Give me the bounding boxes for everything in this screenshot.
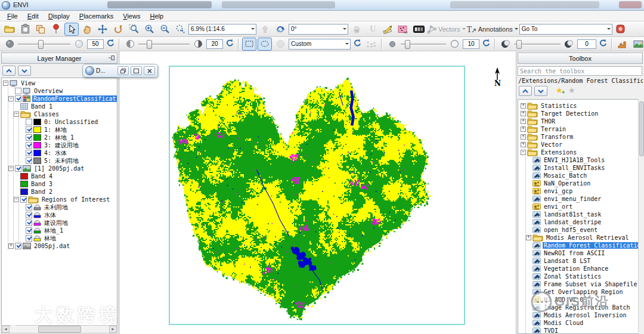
visibility-checkbox[interactable] (15, 95, 21, 102)
tree-item-label[interactable]: 2005pj.dat (33, 243, 71, 249)
dock-pin-icon[interactable] (108, 55, 115, 62)
pan-up-icon[interactable] (258, 23, 272, 36)
go-button-icon[interactable] (614, 23, 628, 36)
collapse-all-button[interactable] (2, 66, 16, 76)
tree-item[interactable]: 5: 未利用地 (19, 157, 117, 165)
tree-item[interactable]: 水体 (19, 211, 117, 219)
scroll-right-arrow-icon[interactable]: ► (109, 326, 117, 333)
visibility-checkbox[interactable] (26, 126, 32, 133)
tree-item-label[interactable]: 林地_1 (43, 227, 64, 235)
tree-item-label[interactable]: Zonal Statistics (543, 273, 602, 280)
rotation-combo[interactable]: 0° (289, 24, 348, 35)
tree-item-label[interactable]: Band 3 (30, 181, 54, 187)
tree-expander-icon[interactable]: − (14, 197, 19, 202)
classification-map-canvas[interactable] (170, 67, 464, 324)
tree-item-label[interactable]: Band 2 (30, 188, 54, 195)
raster-series-icon[interactable] (631, 38, 644, 51)
tree-item-label[interactable]: open_hdf5_event (543, 227, 599, 233)
maximize-window-icon[interactable] (131, 66, 142, 75)
add-favorite-star-icon[interactable]: ★+ (556, 86, 566, 96)
chip-view-icon[interactable] (33, 23, 48, 36)
tree-expander-icon[interactable]: − (3, 81, 8, 86)
contrast-value[interactable] (206, 39, 223, 49)
stretch-ball-icon[interactable] (273, 38, 287, 51)
tree-item[interactable]: envi_ort (526, 203, 642, 211)
crosshair-tool-icon[interactable]: U (365, 23, 379, 36)
tree-item[interactable]: Band 3 (14, 180, 117, 188)
transparency-low-icon[interactable] (499, 38, 513, 51)
visibility-checkbox[interactable] (26, 219, 32, 226)
menu-item-file[interactable]: File (2, 11, 23, 21)
tree-item-label[interactable]: 林地 (43, 234, 57, 243)
tree-item[interactable]: +2005pj.dat (8, 242, 117, 250)
tree-item[interactable]: 2: 林地_1 (19, 134, 117, 141)
tree-item-label[interactable]: 4: 水体 (43, 149, 68, 157)
tree-item-label[interactable]: HJ AOD V1.0 (543, 296, 584, 303)
tree-item[interactable]: ENVI_HJ1A1B_Tools (526, 156, 642, 164)
tree-item-label[interactable]: Terrain (540, 126, 567, 132)
transparency-reset-button[interactable] (597, 39, 608, 49)
tree-item-label[interactable]: NaN_Operation (543, 180, 592, 187)
tree-item-label[interactable]: RandomForestClassification (32, 95, 117, 102)
tree-item-label[interactable]: 3: 建设用地 (43, 141, 80, 150)
tree-item[interactable]: TVDI (526, 327, 642, 334)
tree-item[interactable]: 0: Unclassified (19, 118, 117, 126)
contrast-low-icon[interactable] (123, 38, 137, 51)
tree-item-label[interactable]: Band 4 (30, 173, 54, 180)
tree-expander-icon[interactable]: + (526, 235, 531, 240)
tree-item-label[interactable]: NewROI from ASCII (543, 250, 606, 256)
visibility-checkbox[interactable] (15, 243, 21, 249)
tree-item[interactable]: Modis Cloud (526, 319, 642, 327)
tree-item-label[interactable]: TVDI (543, 327, 559, 334)
tree-item-label[interactable]: 未利用地 (43, 203, 69, 212)
stretch-equalize-icon[interactable] (364, 38, 378, 51)
tree-item[interactable]: +Transform (521, 133, 642, 141)
scroll-thumb[interactable] (639, 101, 644, 156)
tree-item[interactable]: landsat_destripe (526, 218, 642, 226)
sharpen-reset-button[interactable] (481, 39, 491, 49)
tree-item[interactable]: 林地 (19, 234, 117, 242)
contrast-reset-button[interactable] (224, 39, 235, 49)
vectors-menu[interactable]: Vectors (427, 25, 466, 33)
contrast-high-icon[interactable] (191, 38, 205, 51)
toolbox-header[interactable]: Toolbox (518, 52, 643, 64)
tree-item-label[interactable]: Classes (33, 111, 60, 117)
stretch-type-combo[interactable]: Custom (289, 39, 351, 50)
tree-item[interactable]: HJ AOD V1.0 (526, 296, 642, 304)
tree-item[interactable]: −RandomForestClassification (8, 95, 117, 103)
tree-item[interactable]: envi_gcp (526, 187, 642, 195)
stretch-refresh-button[interactable] (352, 39, 363, 49)
tree-expander-icon[interactable]: + (521, 119, 526, 124)
roi-tool-icon[interactable]: roi (396, 23, 410, 36)
slider-thumb[interactable] (516, 40, 522, 49)
tree-item[interactable]: Mosaic_Batch (526, 172, 642, 180)
tree-item[interactable]: −Classes (14, 110, 117, 118)
tree-item[interactable]: 林地_1 (19, 227, 117, 234)
collapse-all-button[interactable] (519, 86, 532, 96)
tree-item[interactable]: Modis Aerosol Inversion (526, 311, 642, 319)
tree-item-label[interactable]: Vector (540, 141, 564, 148)
visibility-checkbox[interactable] (20, 196, 27, 203)
transparency-high-icon[interactable] (562, 38, 576, 51)
collapsed-window-bar[interactable]: D... (82, 64, 158, 78)
tree-item[interactable]: NewROI from ASCII (526, 249, 642, 257)
tree-item[interactable]: 未利用地 (19, 203, 117, 211)
tree-item-label[interactable]: Statistics (540, 103, 578, 109)
menu-item-views[interactable]: Views (118, 11, 145, 21)
tree-item[interactable]: +Terrain (521, 125, 642, 133)
restore-window-icon[interactable] (117, 66, 129, 75)
menu-item-placemarks[interactable]: Placemarks (75, 11, 118, 21)
tree-item[interactable]: Landsat 8 LST (526, 257, 642, 265)
tree-item-label[interactable]: THOR (540, 118, 556, 125)
tree-item[interactable]: Frame Subset via Shapefile (526, 280, 642, 288)
tree-expander-icon[interactable]: + (521, 103, 526, 109)
tree-item-label[interactable]: View (20, 80, 36, 86)
brightness-dark-icon[interactable] (2, 38, 17, 51)
brightness-light-icon[interactable] (72, 38, 86, 51)
tree-item-label[interactable]: 2: 林地_1 (43, 134, 75, 142)
tree-item[interactable]: 3: 建设用地 (19, 141, 117, 149)
brightness-slider[interactable] (18, 39, 70, 50)
tree-item-label[interactable]: 水体 (43, 211, 57, 219)
tree-item[interactable]: open_hdf5_event (526, 226, 642, 234)
tree-item[interactable]: Random Forest Classification (526, 242, 642, 249)
